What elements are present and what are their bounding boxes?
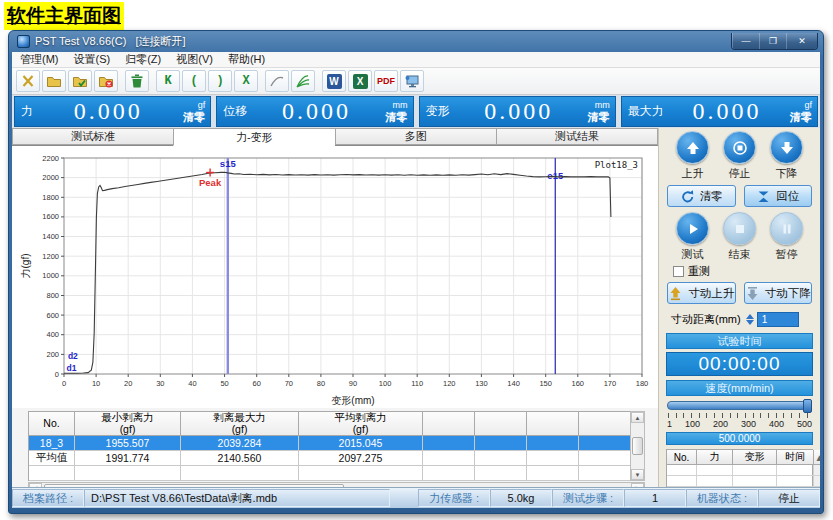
menu-item-help[interactable]: 帮助(H) <box>228 52 265 67</box>
maxforce-clear-button[interactable]: 清零 <box>790 112 812 123</box>
play-icon <box>685 221 701 237</box>
slider-thumb[interactable] <box>803 399 812 413</box>
svg-text:d2: d2 <box>68 351 78 361</box>
machine-state-value: 停止 <box>758 489 820 507</box>
curves-icon <box>295 73 311 89</box>
svg-text:2200: 2200 <box>42 154 59 163</box>
file-path-label: 档案路径 : <box>12 489 84 507</box>
maxforce-value: 0.000 <box>664 98 790 125</box>
chart-canvas: 0102030405060708090100110120130140150160… <box>18 148 656 406</box>
motion-stop-button[interactable] <box>723 131 756 164</box>
svg-text:70: 70 <box>285 379 293 388</box>
menu-item-view[interactable]: 视图(V) <box>176 52 213 67</box>
save-check-button[interactable] <box>68 70 92 92</box>
table-row[interactable] <box>29 466 630 481</box>
multi-curve-button[interactable] <box>291 70 315 92</box>
jog-down-button[interactable]: 寸动下降 <box>744 282 813 304</box>
page-title: 软件主界面图 <box>4 2 124 30</box>
close-button[interactable]: ✕ <box>786 33 817 49</box>
marker-next-button[interactable]: ) <box>208 70 232 92</box>
displacement-clear-button[interactable]: 清零 <box>386 112 408 123</box>
maximize-button[interactable]: ❐ <box>759 33 786 49</box>
force-display: 力 0.000 gf 清零 <box>14 96 211 127</box>
pdf-icon: PDF <box>377 76 395 86</box>
sensor-value: 5.0kg <box>490 489 552 507</box>
export-excel-button[interactable]: X <box>348 70 372 92</box>
svg-text:80: 80 <box>317 379 325 388</box>
menu-item-settings[interactable]: 设置(S) <box>74 52 111 67</box>
marker-last-button[interactable]: X <box>234 70 258 92</box>
marker-first-button[interactable]: K <box>156 70 180 92</box>
deformation-unit: mm <box>595 101 610 110</box>
svg-text:140: 140 <box>507 379 520 388</box>
test-pause-button[interactable] <box>770 212 803 245</box>
jog-distance-field[interactable]: 1 <box>757 312 799 327</box>
close-db-button[interactable] <box>94 70 118 92</box>
tab-test-standard[interactable]: 测试标准 <box>12 128 173 145</box>
menu-item-manage[interactable]: 管理(M) <box>20 52 59 67</box>
minimize-button[interactable]: — <box>732 33 759 49</box>
scroll-up-icon[interactable]: ▲ <box>631 412 644 423</box>
svg-text:40: 40 <box>188 379 196 388</box>
stepper-down-icon[interactable] <box>746 320 754 325</box>
test-end-button[interactable] <box>723 212 756 245</box>
displacement-label: 位移 <box>217 103 247 120</box>
stepper-up-icon[interactable] <box>746 314 754 319</box>
speed-slider[interactable]: 1100 200300 400500 <box>667 401 812 429</box>
delete-button[interactable] <box>125 70 149 92</box>
status-bar: 档案路径 : D:\PST Test V8.66\TestData\剥离.mdb… <box>12 487 820 508</box>
svg-text:1800: 1800 <box>42 193 59 202</box>
move-down-button[interactable] <box>770 131 803 164</box>
force-deformation-chart: 0102030405060708090100110120130140150160… <box>12 146 658 408</box>
results-table-header: No. 最小剥离力(gf) 剥离最大力(gf) 平均剥离力(gf) <box>29 412 630 436</box>
test-pause-label: 暂停 <box>776 247 798 262</box>
svg-text:160: 160 <box>572 379 585 388</box>
menu-item-zero[interactable]: 归零(Z) <box>125 52 161 67</box>
pause-icon <box>779 221 795 237</box>
jog-up-button[interactable]: 寸动上升 <box>667 282 736 304</box>
open-file-button[interactable] <box>42 70 66 92</box>
vertical-scrollbar[interactable]: ▲ ▼ <box>630 411 645 481</box>
move-up-button[interactable] <box>676 131 709 164</box>
svg-text:1600: 1600 <box>42 212 59 221</box>
zero-button[interactable]: 清零 <box>667 185 736 207</box>
marker-prev-button[interactable]: ( <box>182 70 206 92</box>
single-curve-button[interactable] <box>265 70 289 92</box>
home-button[interactable]: 回位 <box>744 185 813 207</box>
tab-multi-plot[interactable]: 多图 <box>335 128 496 145</box>
word-icon: W <box>327 74 342 89</box>
test-start-button[interactable] <box>676 212 709 245</box>
open-folder-icon <box>46 73 62 89</box>
app-window: PST Test V8.66(C) [连接断开] — ❐ ✕ 管理(M) 设置(… <box>8 30 824 514</box>
export-pdf-button[interactable]: PDF <box>374 70 398 92</box>
marker-last-icon: X <box>242 74 249 88</box>
return-home-icon <box>756 189 771 204</box>
deformation-clear-button[interactable]: 清零 <box>588 112 610 123</box>
svg-text:90: 90 <box>349 379 357 388</box>
export-word-button[interactable]: W <box>322 70 346 92</box>
deformation-label: 变形 <box>420 103 450 120</box>
svg-text:d1: d1 <box>67 363 77 373</box>
title-bar[interactable]: PST Test V8.66(C) [连接断开] — ❐ ✕ <box>12 31 820 52</box>
retest-checkbox[interactable] <box>673 266 684 277</box>
force-clear-button[interactable]: 清零 <box>183 112 205 123</box>
trash-icon <box>129 73 145 89</box>
table-row[interactable]: 18_31955.507 2039.2842015.045 <box>29 436 630 451</box>
slider-track[interactable] <box>667 401 812 410</box>
excel-icon: X <box>353 74 368 89</box>
scroll-up-icon[interactable]: ▲ <box>814 450 820 465</box>
scroll-down-icon[interactable]: ▼ <box>631 469 644 480</box>
device-button[interactable] <box>400 70 424 92</box>
svg-text:120: 120 <box>443 379 456 388</box>
tab-force-deformation[interactable]: 力-变形 <box>173 128 334 146</box>
end-square-icon <box>732 221 748 237</box>
test-time-value: 00:00:00 <box>666 352 813 376</box>
scrollbar-thumb[interactable] <box>632 437 643 455</box>
step-value: 1 <box>624 489 686 507</box>
tab-test-results[interactable]: 测试结果 <box>496 128 658 145</box>
up-arrow-icon <box>685 140 701 156</box>
cut-button[interactable] <box>16 70 40 92</box>
jog-distance-stepper[interactable] <box>746 314 754 325</box>
svg-text:0: 0 <box>55 370 59 379</box>
table-row[interactable]: 平均值1991.774 2140.5602097.275 <box>29 451 630 466</box>
